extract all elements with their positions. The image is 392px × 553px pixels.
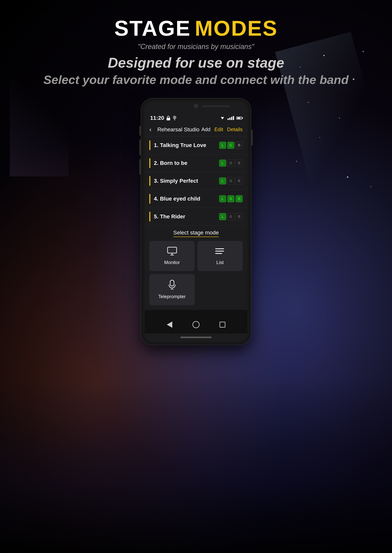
song-badges-1: L G B (219, 142, 243, 149)
app-nav-bar: ‹ Rehearsal Studio Add Edit Details (145, 123, 247, 136)
monitor-label: Monitor (164, 260, 180, 265)
list-label: List (216, 260, 224, 265)
subtitle-designed: Designed for use on stage (43, 55, 349, 71)
lock-icon (166, 115, 170, 120)
front-camera (194, 104, 198, 108)
song-item-3[interactable]: 3. Simply Perfect L G B (145, 172, 247, 190)
badge-b-3: B (236, 177, 243, 184)
song-indicator-2 (149, 158, 150, 168)
song-item-4[interactable]: 4. Blue eyed child L G B (145, 190, 247, 208)
badge-b-4: B (236, 195, 243, 202)
svg-rect-0 (167, 118, 170, 120)
edit-button[interactable]: Edit (214, 126, 223, 133)
song-badges-5: L G B (219, 213, 243, 220)
nav-title: Rehearsal Studio (155, 126, 202, 133)
status-icons-right (220, 116, 242, 120)
wifi-icon (220, 116, 225, 120)
badge-g-4: G (227, 195, 234, 202)
recents-nav-button[interactable] (217, 320, 227, 329)
song-badges-3: L G B (219, 177, 243, 184)
android-nav-bar (145, 316, 247, 333)
badge-l-1: L (219, 142, 226, 149)
mute-button[interactable] (139, 126, 141, 136)
phone-outer: 11:20 (141, 98, 251, 345)
list-mode-button[interactable]: List (197, 241, 243, 271)
svg-point-2 (174, 117, 175, 118)
add-button[interactable]: Add (201, 126, 210, 133)
recents-square-icon (219, 322, 225, 328)
song-item-1[interactable]: 1. Talking True Love L G B (145, 136, 247, 154)
back-triangle-icon (167, 322, 172, 328)
phone-screen: 11:20 (145, 102, 247, 341)
badge-b-2: B (236, 160, 243, 167)
svg-rect-5 (168, 247, 177, 253)
teleprompter-mode-button[interactable]: Teleprompter (149, 274, 195, 305)
badge-l-4: L (219, 195, 226, 202)
stage-mode-title: Select stage mode (173, 230, 219, 237)
battery-icon (236, 117, 242, 119)
bottom-spacer (145, 310, 247, 316)
song-badges-2: L G B (219, 160, 243, 167)
song-indicator-5 (149, 212, 150, 222)
location-icon (173, 115, 177, 120)
details-button[interactable]: Details (227, 126, 243, 133)
content-wrapper: STAGE MODES "Created for musicians by mu… (0, 0, 392, 553)
badge-b-5: B (236, 213, 243, 220)
home-nav-button[interactable] (191, 320, 201, 329)
title-line: STAGE MODES (43, 16, 349, 41)
svg-marker-4 (221, 117, 224, 119)
song-name-2: 2. Born to be (154, 160, 219, 166)
power-button[interactable] (251, 130, 253, 146)
status-bar: 11:20 (145, 112, 247, 123)
phone-top-bar (145, 102, 247, 112)
back-button[interactable]: ‹ (149, 126, 152, 133)
song-item-5[interactable]: 5. The Rider L G B (145, 208, 247, 226)
badge-g-1: G (227, 142, 234, 149)
title-stage: STAGE (114, 16, 191, 41)
bottom-indicator (180, 336, 212, 338)
badge-b-1: B (236, 142, 243, 149)
song-name-5: 5. The Rider (154, 213, 219, 220)
phone-container: 11:20 (141, 98, 251, 345)
teleprompter-label: Teleprompter (158, 294, 186, 299)
monitor-mode-button[interactable]: Monitor (149, 241, 195, 271)
song-name-1: 1. Talking True Love (154, 142, 219, 148)
title-modes: MODES (195, 16, 278, 41)
song-indicator-3 (149, 176, 150, 186)
volume-down-button[interactable] (139, 159, 141, 175)
subtitle-tagline: "Created for musicians by musicians" (43, 42, 349, 51)
song-name-4: 4. Blue eyed child (154, 196, 219, 202)
header-section: STAGE MODES "Created for musicians by mu… (43, 0, 349, 87)
song-name-3: 3. Simply Perfect (154, 178, 219, 184)
microphone-icon (168, 280, 176, 292)
phone-speaker (202, 105, 230, 107)
phone-bottom-bar (145, 333, 247, 341)
song-indicator-1 (149, 140, 150, 150)
badge-l-2: L (219, 160, 226, 167)
teleprompter-row: Teleprompter (149, 274, 243, 308)
song-list: 1. Talking True Love L G B 2. Born to be… (145, 136, 247, 226)
nav-actions: Add Edit Details (201, 126, 243, 133)
back-nav-button[interactable] (165, 320, 175, 329)
status-left: 11:20 (150, 115, 177, 121)
signal-bars (228, 116, 234, 120)
subtitle-select: Select your favorite mode and connect wi… (43, 73, 349, 87)
song-item-2[interactable]: 2. Born to be L G B (145, 154, 247, 172)
list-icon (215, 247, 225, 257)
status-time: 11:20 (150, 115, 164, 121)
home-circle-icon (192, 321, 200, 328)
badge-l-5: L (219, 213, 226, 220)
song-indicator-4 (149, 194, 150, 204)
badge-g-2: G (227, 160, 234, 167)
volume-up-button[interactable] (139, 140, 141, 155)
svg-rect-15 (170, 280, 174, 286)
monitor-icon (167, 247, 177, 257)
stage-mode-section: Select stage mode (145, 226, 247, 310)
mode-grid: Monitor (149, 241, 243, 274)
badge-g-5: G (227, 213, 234, 220)
badge-l-3: L (219, 177, 226, 184)
song-badges-4: L G B (219, 195, 243, 202)
badge-g-3: G (227, 177, 234, 184)
